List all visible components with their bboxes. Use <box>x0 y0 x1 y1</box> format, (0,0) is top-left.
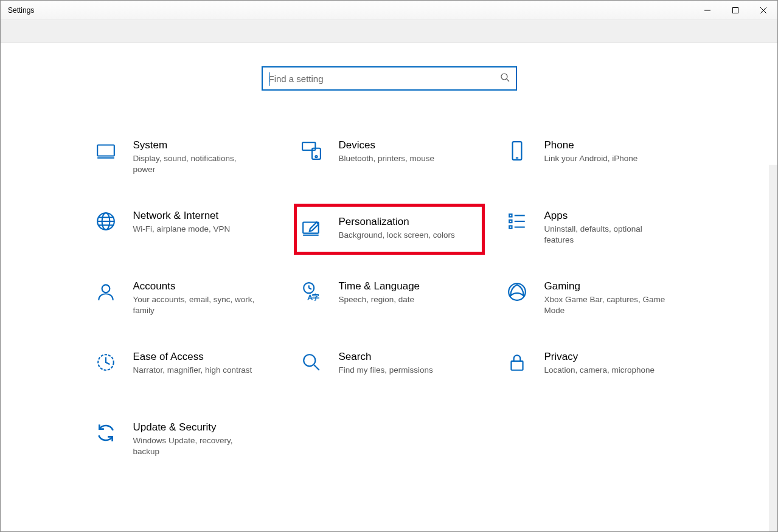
tile-update-security[interactable]: Update & Security Windows Update, recove… <box>89 416 278 465</box>
svg-line-36 <box>314 365 319 370</box>
tile-search[interactable]: Search Find my files, permissions <box>295 346 484 395</box>
svg-rect-13 <box>512 142 521 160</box>
search-tile-icon <box>301 351 328 390</box>
privacy-icon <box>507 351 533 390</box>
text-cursor <box>269 72 270 86</box>
accounts-icon <box>96 280 122 319</box>
tile-system[interactable]: System Display, sound, notifications, po… <box>89 134 278 183</box>
tile-desc: Wi-Fi, airplane mode, VPN <box>133 224 231 235</box>
svg-rect-22 <box>509 214 512 216</box>
window-title: Settings <box>1 6 34 15</box>
tile-title: Apps <box>544 210 667 222</box>
tile-ease-of-access[interactable]: Ease of Access Narrator, magnifier, high… <box>89 346 278 395</box>
tile-apps[interactable]: Apps Uninstall, defaults, optional featu… <box>501 205 689 254</box>
tile-title: Gaming <box>544 280 667 292</box>
svg-point-4 <box>501 74 507 80</box>
svg-point-12 <box>315 156 317 157</box>
tile-network[interactable]: Network & Internet Wi-Fi, airplane mode,… <box>89 205 278 254</box>
tile-title: Network & Internet <box>133 210 231 222</box>
svg-rect-37 <box>511 361 523 370</box>
settings-grid: System Display, sound, notifications, po… <box>85 134 693 465</box>
search-input[interactable] <box>269 74 500 84</box>
network-icon <box>96 210 122 249</box>
tile-title: Search <box>339 351 433 363</box>
tile-title: Privacy <box>544 351 655 363</box>
tile-desc: Location, camera, microphone <box>544 365 655 376</box>
maximize-button[interactable] <box>721 1 749 20</box>
svg-line-5 <box>507 79 509 81</box>
tile-time-language[interactable]: A字 Time & Language Speech, region, date <box>295 275 484 324</box>
tile-privacy[interactable]: Privacy Location, camera, microphone <box>501 346 689 395</box>
svg-rect-26 <box>509 226 512 228</box>
tile-desc: Uninstall, defaults, optional features <box>544 224 667 246</box>
search-box[interactable] <box>262 66 517 91</box>
tile-gaming[interactable]: Gaming Xbox Game Bar, captures, Game Mod… <box>501 275 689 324</box>
tile-desc: Xbox Game Bar, captures, Game Mode <box>544 294 667 316</box>
title-bar: Settings <box>1 1 777 20</box>
tile-title: Update & Security <box>133 421 256 434</box>
svg-rect-6 <box>97 145 114 156</box>
ease-of-access-icon <box>96 351 122 390</box>
svg-rect-1 <box>733 7 738 13</box>
content-area: System Display, sound, notifications, po… <box>1 43 777 531</box>
vertical-scrollbar[interactable] <box>769 165 777 532</box>
tile-accounts[interactable]: Accounts Your accounts, email, sync, wor… <box>89 275 278 324</box>
tile-title: Phone <box>544 139 638 151</box>
svg-line-31 <box>308 288 311 289</box>
svg-point-28 <box>102 285 109 292</box>
close-button[interactable] <box>749 1 777 20</box>
search-icon <box>500 72 510 85</box>
tile-desc: Display, sound, notifications, power <box>133 153 256 175</box>
tile-title: Ease of Access <box>133 351 252 363</box>
tile-desc: Your accounts, email, sync, work, family <box>133 294 256 316</box>
gaming-icon <box>507 280 533 319</box>
tile-title: Accounts <box>133 280 256 292</box>
window-controls <box>693 1 777 20</box>
tile-desc: Background, lock screen, colors <box>339 230 455 241</box>
tile-desc: Narrator, magnifier, high contrast <box>133 365 252 376</box>
update-security-icon <box>96 421 122 460</box>
tile-title: Time & Language <box>339 280 420 292</box>
tile-desc: Link your Android, iPhone <box>544 153 638 164</box>
time-language-icon: A字 <box>301 280 328 319</box>
system-icon <box>96 139 122 178</box>
tile-personalization[interactable]: Personalization Background, lock screen,… <box>295 205 484 254</box>
tile-desc: Speech, region, date <box>339 294 420 305</box>
minimize-button[interactable] <box>693 1 721 20</box>
svg-point-35 <box>304 354 315 366</box>
tile-phone[interactable]: Phone Link your Android, iPhone <box>501 134 689 183</box>
svg-rect-8 <box>302 142 315 150</box>
personalization-icon <box>301 216 328 243</box>
tile-title: System <box>133 139 256 151</box>
phone-icon <box>507 139 533 178</box>
tile-devices[interactable]: Devices Bluetooth, printers, mouse <box>295 134 484 183</box>
svg-rect-24 <box>509 220 512 223</box>
apps-icon <box>507 210 533 249</box>
tile-desc: Bluetooth, printers, mouse <box>339 153 435 164</box>
tile-desc: Windows Update, recovery, backup <box>133 435 256 457</box>
tile-title: Devices <box>339 139 435 151</box>
svg-text:A字: A字 <box>307 293 319 301</box>
tile-title: Personalization <box>339 216 455 228</box>
header-ribbon <box>1 20 777 43</box>
devices-icon <box>301 139 328 178</box>
tile-desc: Find my files, permissions <box>339 365 433 376</box>
